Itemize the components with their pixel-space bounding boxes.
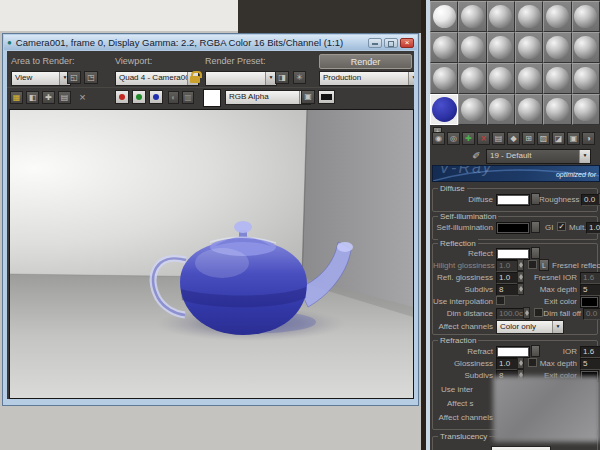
material-slot[interactable]: [487, 63, 515, 94]
hilight-glossiness-spinner[interactable]: [517, 259, 524, 271]
material-slot[interactable]: [572, 1, 600, 32]
material-slot[interactable]: [515, 32, 543, 63]
dim-distance-field[interactable]: 100.0c: [496, 308, 526, 320]
mult-field[interactable]: 1.0: [586, 222, 600, 234]
self-illumination-map-button[interactable]: [531, 221, 540, 233]
material-slot[interactable]: [515, 1, 543, 32]
render-window-titlebar[interactable]: ● Camera001, frame 0, Display Gamma: 2.2…: [4, 35, 417, 50]
material-slot[interactable]: [543, 1, 571, 32]
render-mode-dropdown[interactable]: Production▼: [319, 71, 414, 86]
clear-image-icon[interactable]: ×: [76, 91, 89, 104]
reflect-label: Reflect: [445, 249, 493, 259]
material-slot-selected[interactable]: [430, 94, 458, 125]
dim-distance-checkbox[interactable]: [534, 308, 543, 317]
put-material-icon[interactable]: ◎: [447, 132, 460, 145]
save-preset-icon[interactable]: ◨: [275, 71, 289, 84]
material-slot[interactable]: [458, 32, 486, 63]
material-slot[interactable]: [572, 94, 600, 125]
background-color-swatch[interactable]: [203, 89, 221, 107]
refract-color-swatch[interactable]: [496, 346, 530, 358]
exposure-toggle-icon[interactable]: [318, 90, 335, 104]
material-slot[interactable]: [572, 63, 600, 94]
refl-glossiness-spinner[interactable]: [517, 271, 524, 283]
gi-checkbox[interactable]: ✓: [557, 222, 566, 231]
material-slot[interactable]: [430, 1, 458, 32]
reflect-map-button[interactable]: [531, 247, 540, 259]
go-to-parent-icon[interactable]: ◑: [582, 132, 595, 145]
translucency-group-title: Translucency: [438, 432, 489, 441]
viewport-dropdown[interactable]: Quad 4 - Camera001▼: [115, 71, 199, 86]
material-slot[interactable]: [458, 63, 486, 94]
material-slot[interactable]: [430, 63, 458, 94]
edit-region-button[interactable]: ◱: [67, 71, 81, 84]
hilight-lock-checkbox[interactable]: [528, 260, 537, 269]
self-illumination-color-swatch[interactable]: [496, 222, 530, 234]
show-end-result-icon[interactable]: ▣: [567, 132, 580, 145]
reflection-max-depth-field[interactable]: 5: [580, 284, 600, 296]
auto-region-button[interactable]: ◳: [84, 71, 98, 84]
color-correction-icon[interactable]: ▣: [301, 90, 315, 104]
alpha-channel-button[interactable]: ▥: [182, 91, 194, 104]
show-map-in-viewport-icon[interactable]: ◪: [552, 132, 565, 145]
material-id-icon[interactable]: ▨: [537, 132, 550, 145]
copy-image-icon[interactable]: ✚: [42, 91, 55, 104]
pick-material-button[interactable]: ✐: [470, 149, 483, 162]
reflection-subdivs-spinner[interactable]: [517, 283, 524, 295]
dim-falloff-field[interactable]: 0.0: [583, 308, 600, 320]
red-channel-button[interactable]: [115, 90, 129, 104]
material-slot[interactable]: [487, 94, 515, 125]
render-preset-dropdown[interactable]: ▼: [205, 71, 277, 86]
translucency-type-dropdown[interactable]: [491, 446, 551, 450]
material-slot[interactable]: [430, 32, 458, 63]
material-slot[interactable]: [458, 1, 486, 32]
material-slot[interactable]: [487, 32, 515, 63]
area-to-render-dropdown[interactable]: View▼: [11, 71, 71, 86]
mono-channel-button[interactable]: ◐: [168, 91, 179, 104]
material-slot[interactable]: [487, 1, 515, 32]
diffuse-color-swatch[interactable]: [496, 194, 530, 206]
put-to-library-icon[interactable]: ⊞: [522, 132, 535, 145]
save-image-icon[interactable]: ▦: [10, 91, 23, 104]
reflection-subdivs-label: Subdivs: [453, 285, 493, 295]
material-name-dropdown[interactable]: 19 - Default▼: [486, 149, 591, 164]
material-slot[interactable]: [543, 63, 571, 94]
ior-field[interactable]: 1.6: [580, 346, 600, 358]
render-button[interactable]: Render: [319, 54, 412, 69]
blue-channel-button[interactable]: [149, 90, 163, 104]
dim-distance-spinner[interactable]: [523, 307, 530, 319]
minimize-button[interactable]: [368, 38, 382, 48]
make-unique-icon[interactable]: ◆: [507, 132, 520, 145]
material-sphere-preview: [461, 36, 484, 59]
refraction-max-depth-field[interactable]: 5: [580, 358, 600, 370]
refraction-subdivs-label: Subdivs: [453, 371, 493, 381]
exit-color-swatch[interactable]: [580, 296, 599, 308]
material-slot[interactable]: [543, 94, 571, 125]
green-channel-button[interactable]: [132, 90, 146, 104]
assign-material-icon[interactable]: ✚: [462, 132, 475, 145]
material-slot[interactable]: [572, 32, 600, 63]
material-slot[interactable]: [458, 94, 486, 125]
refraction-glossiness-checkbox[interactable]: [528, 358, 537, 367]
page-light-block: [0, 0, 238, 31]
fresnel-ior-field[interactable]: 1.6: [580, 272, 600, 284]
refract-map-button[interactable]: [531, 345, 540, 357]
refraction-glossiness-spinner[interactable]: [517, 357, 524, 369]
copy-material-icon[interactable]: ▤: [492, 132, 505, 145]
material-slot[interactable]: [515, 63, 543, 94]
maximize-button[interactable]: [384, 38, 398, 48]
preset-settings-icon[interactable]: ✳: [293, 71, 306, 84]
get-material-icon[interactable]: ◉: [432, 132, 445, 145]
use-interpolation-checkbox[interactable]: [496, 296, 505, 305]
channel-display-dropdown[interactable]: RGB Alpha▼: [225, 90, 311, 105]
reset-material-icon[interactable]: ×: [477, 132, 490, 145]
material-slot[interactable]: [515, 94, 543, 125]
close-button[interactable]: ×: [400, 38, 414, 48]
viewport-lock-button[interactable]: [189, 70, 201, 84]
material-slot[interactable]: [543, 32, 571, 63]
reflection-affect-channels-dropdown[interactable]: Color only▼: [496, 320, 564, 334]
diffuse-group: Diffuse Diffuse Roughness 0.0: [432, 188, 598, 212]
print-image-icon[interactable]: ▤: [58, 91, 71, 104]
fresnel-lock-button[interactable]: L: [539, 259, 549, 271]
clone-window-icon[interactable]: ◧: [26, 91, 39, 104]
reflect-color-swatch[interactable]: [496, 248, 530, 260]
